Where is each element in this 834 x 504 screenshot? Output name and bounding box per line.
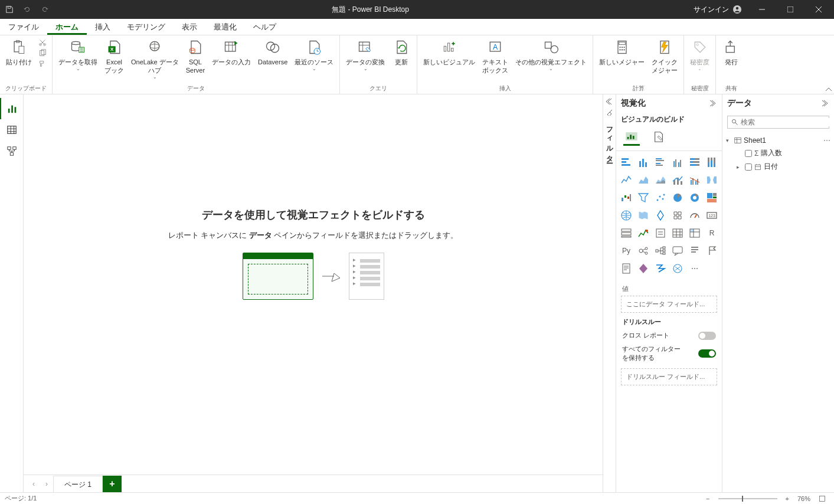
viz-matrix-icon[interactable] <box>687 225 702 241</box>
tab-insert[interactable]: 挿入 <box>87 19 119 35</box>
publish-button[interactable]: 発行 <box>718 37 744 67</box>
tab-home[interactable]: ホーム <box>47 19 87 35</box>
excel-button[interactable]: X Excel ブック <box>101 37 127 76</box>
viz-goals-icon[interactable] <box>704 243 719 258</box>
signin-button[interactable]: サインイン <box>689 5 747 15</box>
filters-pin-icon[interactable] <box>606 109 613 116</box>
viz-card-icon[interactable]: 123 <box>704 208 719 223</box>
viz-clustered-column-icon[interactable] <box>670 155 685 170</box>
fields-search[interactable] <box>727 116 829 129</box>
paste-button[interactable]: 貼り付け <box>2 37 35 67</box>
add-page-button[interactable]: + <box>103 476 122 492</box>
zoom-slider[interactable] <box>718 498 777 499</box>
viz-scatter-icon[interactable] <box>653 190 668 205</box>
zoom-in-button[interactable]: + <box>782 495 793 502</box>
fields-search-input[interactable] <box>741 118 829 126</box>
viz-table-icon[interactable] <box>670 225 685 241</box>
zoom-out-button[interactable]: − <box>702 495 713 502</box>
field-checkbox[interactable] <box>745 150 752 157</box>
get-data-button[interactable]: データを取得 ⌄ <box>55 37 101 73</box>
viz-filled-map-icon[interactable] <box>636 208 651 223</box>
tab-help[interactable]: ヘルプ <box>245 19 284 35</box>
viz-100stacked-column-icon[interactable] <box>704 155 719 170</box>
viz-format-mode-icon[interactable] <box>650 129 667 146</box>
new-visual-button[interactable]: 新しいビジュアル <box>420 37 479 67</box>
viz-kpi-icon[interactable] <box>636 225 651 241</box>
table-sheet1[interactable]: ▾ Sheet1 ⋯ <box>726 135 830 146</box>
viz-slicer-icon[interactable] <box>653 225 668 241</box>
viz-paginated-icon[interactable] <box>619 261 634 276</box>
field-date[interactable]: ▸ 日付 <box>737 160 830 174</box>
table-more-icon[interactable]: ⋯ <box>823 136 830 145</box>
viz-stacked-column-icon[interactable] <box>636 155 651 170</box>
viz-decomposition-icon[interactable] <box>653 243 668 258</box>
model-view-icon[interactable] <box>0 140 23 162</box>
collapse-data-icon[interactable] <box>822 100 829 107</box>
viz-qna-icon[interactable] <box>670 243 685 258</box>
viz-powerautomate-icon[interactable] <box>653 261 668 276</box>
maximize-button[interactable] <box>777 0 803 19</box>
onelake-button[interactable]: OneLake データ ハブ ⌄ <box>127 37 182 81</box>
viz-stacked-bar-icon[interactable] <box>619 155 634 170</box>
sql-server-button[interactable]: SQL Server <box>182 37 208 76</box>
viz-funnel-icon[interactable] <box>636 190 651 205</box>
viz-line-stacked-column-icon[interactable] <box>670 172 685 188</box>
viz-100stacked-bar-icon[interactable] <box>687 155 702 170</box>
tab-view[interactable]: 表示 <box>174 19 205 35</box>
minimize-button[interactable] <box>749 0 775 19</box>
viz-arcgis-icon[interactable] <box>670 261 685 276</box>
viz-map-icon[interactable] <box>619 208 634 223</box>
undo-icon[interactable] <box>20 2 34 17</box>
format-painter-icon[interactable] <box>37 59 48 68</box>
expand-filters-icon[interactable] <box>606 98 613 105</box>
collapse-ribbon-icon[interactable] <box>826 87 832 93</box>
viz-python-icon[interactable]: Py <box>619 243 634 258</box>
textbox-button[interactable]: A テキスト ボックス <box>479 37 512 76</box>
save-icon[interactable] <box>2 2 17 17</box>
viz-treemap-icon[interactable] <box>704 190 719 205</box>
transform-data-button[interactable]: データの変換 ⌄ <box>342 37 388 73</box>
quick-measure-button[interactable]: クイック メジャー <box>648 37 681 76</box>
page-next-icon[interactable]: › <box>40 480 53 488</box>
enter-data-button[interactable]: データの入力 <box>208 37 254 67</box>
viz-area-icon[interactable] <box>636 172 651 188</box>
viz-azure-map-icon[interactable] <box>653 208 668 223</box>
cut-icon[interactable] <box>37 38 48 47</box>
redo-icon[interactable] <box>38 2 52 17</box>
data-view-icon[interactable] <box>0 119 23 140</box>
page-prev-icon[interactable]: ‹ <box>27 480 40 488</box>
field-checkbox[interactable] <box>745 163 752 171</box>
viz-smart-narrative-icon[interactable] <box>687 243 702 258</box>
viz-waterfall-icon[interactable] <box>619 190 634 205</box>
viz-line-icon[interactable] <box>619 172 634 188</box>
copy-icon[interactable] <box>37 48 48 58</box>
viz-pie-icon[interactable] <box>670 190 685 205</box>
other-visuals-button[interactable]: その他の視覚エフェクト ⌄ <box>512 37 590 73</box>
viz-line-clustered-column-icon[interactable] <box>687 172 702 188</box>
values-field-well[interactable]: ここにデータ フィールド... <box>621 296 717 313</box>
keep-filters-toggle[interactable] <box>698 349 716 358</box>
viz-clustered-bar-icon[interactable] <box>653 155 668 170</box>
viz-more-icon[interactable]: ⋯ <box>687 261 702 276</box>
viz-shape-map-icon[interactable] <box>670 208 685 223</box>
viz-stacked-area-icon[interactable] <box>653 172 668 188</box>
field-purchase-count[interactable]: Σ 購入数 <box>737 146 830 160</box>
tab-modeling[interactable]: モデリング <box>119 19 174 35</box>
recent-sources-button[interactable]: 最近のソース ⌄ <box>291 37 337 73</box>
dataverse-button[interactable]: Dataverse <box>254 37 291 67</box>
report-canvas[interactable]: データを使用して視覚エフェクトをビルドする レポート キャンバスに データ ペイ… <box>24 94 603 474</box>
collapse-viz-icon[interactable] <box>710 100 717 107</box>
tab-optimize[interactable]: 最適化 <box>205 19 245 35</box>
tab-file[interactable]: ファイル <box>0 19 47 35</box>
viz-multi-card-icon[interactable] <box>619 225 634 241</box>
viz-build-mode-icon[interactable] <box>623 129 640 146</box>
report-view-icon[interactable] <box>0 98 23 119</box>
viz-key-influencers-icon[interactable] <box>636 243 651 258</box>
page-tab-1[interactable]: ページ 1 <box>53 476 103 492</box>
viz-gauge-icon[interactable] <box>687 208 702 223</box>
drillthrough-field-well[interactable]: ドリルスルー フィールド... <box>621 368 717 385</box>
close-button[interactable] <box>806 0 832 19</box>
viz-powerapps-icon[interactable] <box>636 261 651 276</box>
cross-report-toggle[interactable] <box>698 332 716 340</box>
refresh-button[interactable]: 更新 <box>388 37 414 67</box>
